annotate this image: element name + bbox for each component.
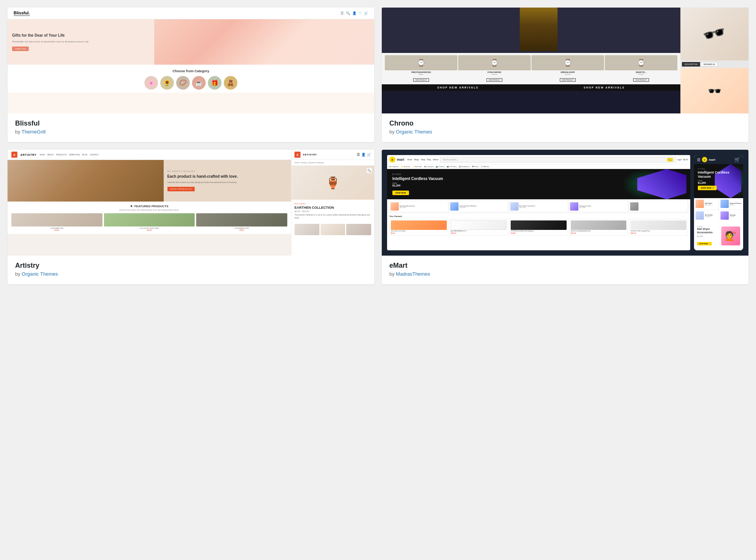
cat-sub-hairdryer[interactable]: SHOP NOW → bbox=[400, 207, 415, 208]
emart-mob-cat-3: Air Purifier Living Room bbox=[694, 210, 719, 221]
emart-dyson-price: FROM $1,200 bbox=[392, 182, 443, 187]
blissful-author-link[interactable]: ThemeGrill bbox=[22, 129, 46, 135]
emart-nav-links: Home Mega Shop Blog Others bbox=[407, 158, 439, 161]
chrono-shop-new-banner: SHOP NEW ARRIVALS SHOP NEW ARRIVALS bbox=[382, 84, 680, 91]
emart-mobile-hd-shop-btn[interactable]: SHOP NOW → bbox=[697, 242, 712, 245]
artistry-pottery-hero: 🏺 🔍 bbox=[291, 166, 374, 200]
category-circle-3[interactable]: 📿 bbox=[176, 76, 190, 90]
emart-cat-misc bbox=[629, 201, 688, 212]
artistry-right-header: A ARTISTRY ☰ 👤 🛒 bbox=[291, 150, 374, 160]
cat-cameras[interactable]: 📷 Cameras bbox=[436, 166, 444, 168]
nav-blog[interactable]: Blog bbox=[427, 158, 431, 161]
artistry-pottery-price: $6.00 - $54.00 bbox=[294, 210, 371, 213]
mob-cat-text-4: Gaming Consoles bbox=[730, 214, 736, 217]
mob-cat-sub-2: Watches bbox=[730, 204, 741, 206]
emart-mobile-shop-btn[interactable]: SHOP NOW ↗ bbox=[698, 186, 717, 190]
cat-sub-airpurifier[interactable]: SHOP NOW → bbox=[519, 207, 535, 208]
artistry-pottery-search[interactable]: 🔍 bbox=[367, 168, 372, 173]
emart-shop-now-button[interactable]: SHOP NOW bbox=[392, 191, 409, 195]
emart-info: eMart by MadrasThemes bbox=[382, 256, 748, 284]
cat-all[interactable]: All Categories bbox=[389, 166, 399, 168]
emart-cart-total[interactable]: $0.00 bbox=[683, 158, 688, 161]
artistry-thumb-3 bbox=[346, 224, 371, 235]
watch-brand-3: Kessoni bbox=[531, 73, 604, 75]
chrono-author-link[interactable]: Organic Themes bbox=[396, 129, 432, 135]
cat-photos[interactable]: 🖼 Photos bbox=[472, 166, 479, 168]
emart-mobile-cart-icon[interactable]: 🛒 bbox=[734, 157, 740, 162]
chrono-name: Chrono bbox=[389, 119, 741, 127]
artistry-pottery-description: The Earthen Collection is a set of our c… bbox=[294, 214, 371, 219]
blissful-header: Blissful. ☰ 🔍 👤 ♡ 🛒 bbox=[8, 8, 374, 19]
nav-home[interactable]: Home bbox=[407, 158, 412, 161]
emart-author-link[interactable]: MadrasThemes bbox=[396, 271, 430, 277]
artistry-logo: A bbox=[11, 152, 17, 158]
emart-mob-cat-2: Smart & Fitness Watches bbox=[719, 198, 744, 209]
cat-info-hairdryer: Hair Dryer Accessories SHOP NOW → bbox=[400, 205, 415, 208]
artistry-right: A ARTISTRY ☰ 👤 🛒 Home / Pottery / Earthe… bbox=[291, 150, 374, 256]
viewed-prod-price-5: $561.45 bbox=[631, 232, 686, 234]
cat-img-fitness bbox=[450, 202, 459, 211]
cat-sub-gaming[interactable]: SHOP NOW → bbox=[579, 207, 591, 208]
blissful-nav-icons: ☰ 🔍 👤 ♡ 🛒 bbox=[341, 11, 368, 15]
emart-mobile-hd-info: DYSON Hair Dryer Accessories $1,200 SHOP… bbox=[697, 226, 719, 246]
cat-tv[interactable]: 📺 TV & Video bbox=[447, 166, 457, 168]
artistry-nav: SHOP ABOUT PRODUCTS TEMPLATES BLOG CONTA… bbox=[40, 154, 99, 156]
cat-top-deals[interactable]: ⭐ Top Deals bbox=[401, 166, 410, 168]
artistry-product-img-3 bbox=[196, 213, 287, 226]
nav-blog[interactable]: BLOG bbox=[82, 154, 88, 156]
emart-cat-hairdryer: Hair Dryer Accessories SHOP NOW → bbox=[389, 201, 448, 212]
artistry-product-img-1 bbox=[11, 213, 102, 226]
artistry-thumb-1 bbox=[294, 224, 319, 235]
cat-info-fitness: Smart & Fitness Watches SHOP NOW → bbox=[459, 205, 476, 208]
nav-templates[interactable]: TEMPLATES bbox=[69, 154, 80, 156]
cat-computers[interactable]: 💻 Computers bbox=[424, 166, 434, 168]
artistry-product-3: STONEWARE BOWL $18.00 bbox=[196, 213, 287, 231]
category-circle-5[interactable]: 🎁 bbox=[208, 76, 222, 90]
nav-products[interactable]: PRODUCTS bbox=[56, 154, 67, 156]
nav-contact[interactable]: CONTACT bbox=[90, 154, 99, 156]
emart-dyson-title: Intelligent Cordless Vacuum bbox=[392, 177, 443, 181]
watch-view-btn-4[interactable]: VIEW PRODUCT bbox=[633, 78, 649, 82]
cat-flash-sale[interactable]: ⚡ Flash Sale bbox=[412, 166, 422, 168]
nav-others[interactable]: Others bbox=[433, 158, 438, 161]
mob-cat-label-2: Smart & Fitness bbox=[730, 202, 741, 204]
emart-hero-banner: DYSON Intelligent Cordless Vacuum FROM $… bbox=[387, 169, 690, 199]
viewed-prod-img-1 bbox=[391, 220, 447, 230]
blissful-screenshot: Blissful. ☰ 🔍 👤 ♡ 🛒 Order now Gifts for … bbox=[8, 8, 374, 113]
nav-mega[interactable]: Mega bbox=[414, 158, 419, 161]
watch-view-btn-1[interactable]: VIEW PRODUCT bbox=[413, 78, 429, 82]
emart-mobile-header: ☰ e mart 🛒 bbox=[694, 155, 743, 164]
artistry-author-link[interactable]: Organic Themes bbox=[22, 271, 58, 277]
category-circle-4[interactable]: ☕ bbox=[192, 76, 206, 90]
watch-view-btn-3[interactable]: VIEW PRODUCT bbox=[560, 78, 575, 82]
shop-now-label: SHOP NOW bbox=[701, 187, 711, 189]
artistry-right-brand: ARTISTRY bbox=[303, 154, 317, 156]
nav-shop[interactable]: SHOP bbox=[40, 154, 45, 156]
reviews-tab[interactable]: REVIEWS (0) bbox=[701, 62, 718, 67]
nav-about[interactable]: ABOUT bbox=[47, 154, 54, 156]
category-circle-1[interactable]: 🌸 bbox=[144, 76, 158, 90]
nav-shop[interactable]: Shop bbox=[421, 158, 425, 161]
search-icon: 🔍 bbox=[346, 11, 350, 15]
artistry-breadcrumb: Home / Pottery / Earthen Collection bbox=[291, 160, 374, 166]
blissful-author-line: by ThemeGrill bbox=[15, 129, 367, 135]
cat-watches[interactable]: ⌚ Watches bbox=[481, 166, 489, 168]
emart-product-categories: Hair Dryer Accessories SHOP NOW → Smart … bbox=[387, 199, 690, 214]
watch-item-3: ⌚ URBANLUXURY Kessoni VIEW PRODUCT bbox=[531, 55, 604, 82]
description-tab[interactable]: DESCRIPTION bbox=[682, 62, 700, 67]
artistry-shop-button[interactable]: SHOP PRODUCTS bbox=[167, 187, 195, 191]
artistry-brand-name: ARTISTRY bbox=[20, 154, 37, 156]
blissful-info: Blissful by ThemeGrill bbox=[8, 113, 374, 142]
cat-headphones[interactable]: 🎧 Headphones bbox=[459, 166, 470, 168]
cat-img-hairdryer bbox=[390, 202, 399, 211]
emart-search-button[interactable]: 🔍 bbox=[667, 158, 673, 161]
cat-info-gaming: Gaming Consoles SHOP NOW → bbox=[579, 205, 591, 208]
blissful-hero: Order now Gifts for the Dear of Your Lif… bbox=[8, 19, 374, 65]
category-circle-2[interactable]: 🌻 bbox=[160, 76, 174, 90]
emart-login-btn[interactable]: Login bbox=[677, 158, 682, 161]
watch-view-btn-2[interactable]: VIEW PRODUCT bbox=[486, 78, 502, 82]
cat-sub-fitness[interactable]: SHOP NOW → bbox=[459, 207, 476, 208]
blissful-shop-btn[interactable]: Order now bbox=[12, 47, 29, 51]
category-circle-6[interactable]: 🧸 bbox=[224, 76, 237, 90]
viewed-prod-price-3: $74.89 bbox=[511, 232, 567, 234]
